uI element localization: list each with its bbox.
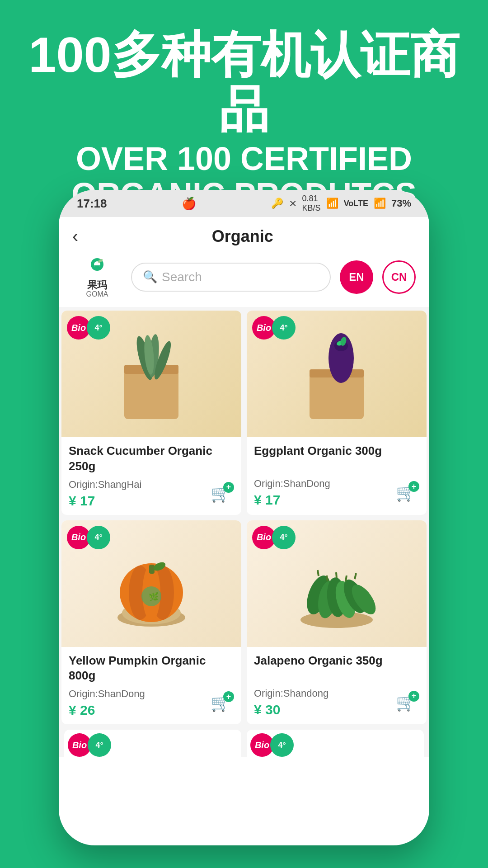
product-card-pumpkin[interactable]: Bio 4° [61, 520, 241, 725]
eggplant-svg [291, 324, 382, 424]
origin-row-jalapeno: Origin:Shandong ¥ 30 🛒 + [254, 688, 419, 717]
product-image-jalapeno: Bio 4° [247, 520, 427, 647]
plus-badge-pumpkin: + [223, 691, 234, 702]
product-origin-eggplant: Origin:ShanDong [254, 478, 330, 490]
bio-badge-jalapeno: Bio 4° [252, 526, 296, 549]
product-name-cucumber: Snack Cucumber Organic 250g [69, 443, 234, 474]
origin-row-cucumber: Origin:ShangHai ¥ 17 🛒 + [69, 479, 234, 509]
product-origin-jalapeno: Origin:Shandong [254, 688, 328, 699]
svg-line-34 [327, 576, 328, 581]
logo-icon [86, 255, 108, 280]
svg-line-33 [318, 570, 319, 576]
product-origin-pumpkin: Origin:ShanDong [69, 688, 145, 700]
logo-en: GOMA [86, 290, 108, 298]
partial-bio-right: Bio 4° [250, 733, 294, 757]
add-to-cart-eggplant[interactable]: 🛒 + [392, 481, 419, 505]
add-to-cart-pumpkin[interactable]: 🛒 + [207, 691, 234, 715]
temp-badge: 4° [87, 316, 110, 340]
app-nav: ‹ Organic [72, 226, 416, 246]
plus-badge-eggplant: + [408, 481, 419, 492]
bio-badge-eggplant: Bio 4° [252, 316, 296, 340]
page-title: Organic [87, 227, 398, 246]
search-bar[interactable]: 🔍 Search [131, 263, 331, 292]
product-info-eggplant: Eggplant Organic 300g Origin:ShanDong ¥ … [247, 437, 427, 514]
status-right: 🔑 ⨯ 0.81KB/S 📶 VoLTE 📶 73% [271, 194, 411, 213]
back-button[interactable]: ‹ [72, 226, 78, 246]
bottom-partial-row: Bio 4° Bio 4° [59, 727, 429, 757]
bio-badge-pumpkin: Bio 4° [67, 526, 110, 549]
temp-badge-jalapeno: 4° [272, 526, 296, 549]
lang-en-button[interactable]: EN [340, 260, 373, 294]
product-info-jalapeno: Jalapeno Organic 350g Origin:Shandong ¥ … [247, 647, 427, 724]
search-placeholder: Search [162, 270, 202, 284]
product-info-pumpkin: Yellow Pumpkin Organic 800g Origin:ShanD… [61, 647, 241, 725]
svg-rect-22 [149, 565, 155, 574]
status-time: 17:18 [77, 197, 107, 211]
logo-area: 果玛 GOMA [72, 255, 122, 298]
app-header: ‹ Organic 果玛 GOMA 🔍 Search [59, 217, 429, 308]
status-bar: 17:18 🍎 🔑 ⨯ 0.81KB/S 📶 VoLTE 📶 73% [59, 190, 429, 217]
origin-row-eggplant: Origin:ShanDong ¥ 17 🛒 + [254, 478, 419, 508]
product-info-cucumber: Snack Cucumber Organic 250g Origin:Shang… [61, 437, 241, 515]
product-image-pumpkin: Bio 4° [61, 520, 241, 647]
bluetooth-icon: ⨯ [289, 198, 297, 209]
plus-badge: + [223, 482, 234, 493]
status-apple-icon: 🍎 [182, 197, 196, 211]
product-name-jalapeno: Jalapeno Organic 350g [254, 653, 419, 683]
key-icon: 🔑 [271, 198, 283, 209]
plus-badge-jalapeno: + [408, 691, 419, 702]
svg-text:🌿: 🌿 [149, 592, 159, 602]
svg-line-36 [346, 576, 347, 581]
speed-indicator: 0.81KB/S [302, 194, 321, 213]
volte-icon: VoLTE [344, 199, 368, 208]
product-price-pumpkin: ¥ 26 [69, 703, 145, 718]
svg-line-37 [355, 573, 356, 579]
product-card-cucumber[interactable]: Bio 4° Snack Cucumber Organic 250g [61, 311, 241, 515]
product-price-eggplant: ¥ 17 [254, 492, 330, 508]
partial-card-right: Bio 4° [247, 730, 424, 757]
product-grid: Bio 4° Snack Cucumber Organic 250g [59, 308, 429, 727]
product-origin-cucumber: Origin:ShangHai [69, 479, 141, 491]
bio-badge-cucumber: Bio 4° [67, 316, 110, 340]
product-price-cucumber: ¥ 17 [69, 493, 141, 509]
cucumber-svg [106, 324, 197, 424]
origin-row-pumpkin: Origin:ShanDong ¥ 26 🛒 + [69, 688, 234, 718]
partial-temp-left: 4° [88, 733, 111, 757]
temp-badge-eggplant: 4° [272, 316, 296, 340]
product-image-cucumber: Bio 4° [61, 311, 241, 437]
wifi-icon: 📶 [326, 198, 338, 209]
temp-badge-pumpkin: 4° [87, 526, 110, 549]
phone-mockup: 17:18 🍎 🔑 ⨯ 0.81KB/S 📶 VoLTE 📶 73% ‹ Org… [59, 190, 429, 845]
jalapeno-svg [291, 529, 382, 638]
battery-level: 73% [391, 198, 411, 209]
pumpkin-svg: 🌿 [106, 529, 197, 638]
product-card-jalapeno[interactable]: Bio 4° [247, 520, 427, 725]
product-name-eggplant: Eggplant Organic 300g [254, 443, 419, 473]
partial-bio-left: Bio 4° [68, 733, 111, 757]
search-icon: 🔍 [143, 270, 157, 284]
lang-cn-button[interactable]: CN [382, 260, 416, 294]
product-image-eggplant: Bio 4° [247, 311, 427, 437]
add-to-cart-jalapeno[interactable]: 🛒 + [392, 691, 419, 714]
chinese-title: 100多种有机认证商品 [27, 27, 461, 137]
search-lang-row: 果玛 GOMA 🔍 Search EN CN [72, 255, 416, 298]
signal-icon: 📶 [374, 198, 386, 209]
product-card-eggplant[interactable]: Bio 4° Eggplant Organic 300g [247, 311, 427, 515]
product-price-jalapeno: ¥ 30 [254, 702, 328, 717]
partial-temp-right: 4° [270, 733, 294, 757]
partial-card-left: Bio 4° [64, 730, 241, 757]
svg-line-35 [336, 572, 337, 578]
product-name-pumpkin: Yellow Pumpkin Organic 800g [69, 653, 234, 684]
add-to-cart-cucumber[interactable]: 🛒 + [207, 482, 234, 505]
logo-cn: 果玛 [87, 280, 107, 290]
